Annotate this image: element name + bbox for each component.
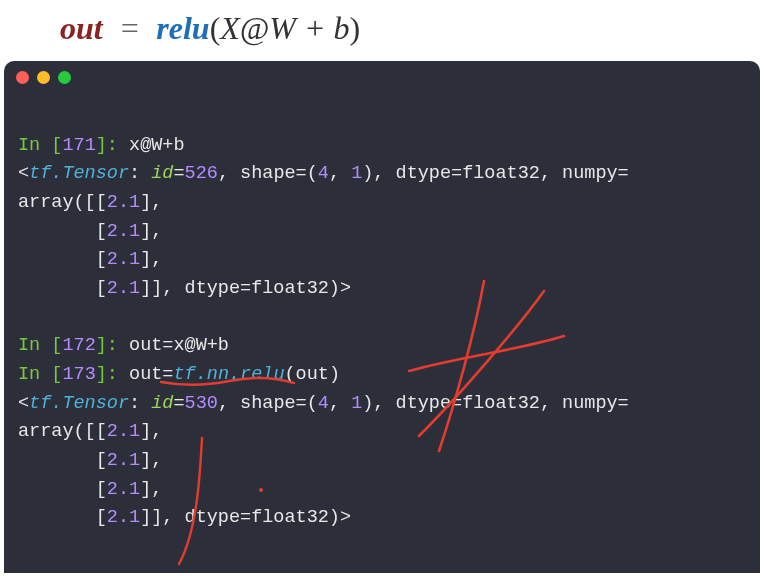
formula-at: @	[240, 10, 269, 46]
out-array: [	[18, 249, 107, 270]
out-id-value: 526	[185, 163, 218, 184]
out-text: ],	[140, 421, 162, 442]
out-shape-value: 1	[351, 393, 362, 414]
prompt-close: ]:	[96, 364, 129, 385]
out-text: , shape=(	[218, 163, 318, 184]
formula-bar: out = relu(X@W+b)	[0, 0, 764, 61]
prompt-number: 171	[62, 135, 95, 156]
out-text: ],	[140, 450, 162, 471]
out-text: ]], dtype=float32)>	[140, 278, 351, 299]
out-type: tf.Tensor	[29, 393, 129, 414]
out-value: 2.1	[107, 507, 140, 528]
out-array: [	[18, 479, 107, 500]
close-icon[interactable]	[16, 71, 29, 84]
code-expr: out=x@W+b	[129, 335, 229, 356]
out-text: :	[129, 393, 151, 414]
out-id-value: 530	[185, 393, 218, 414]
out-text: ],	[140, 479, 162, 500]
maximize-icon[interactable]	[58, 71, 71, 84]
out-type: tf.Tensor	[29, 163, 129, 184]
formula-plus: +	[296, 10, 334, 46]
formula-X: X	[220, 10, 240, 46]
code-expr: x@W+b	[129, 135, 185, 156]
out-text: =	[173, 393, 184, 414]
out-text: ), dtype=float32, numpy=	[362, 393, 628, 414]
formula-relu: relu	[156, 10, 209, 46]
formula-lparen: (	[210, 10, 221, 46]
terminal-window: In [171]: x@W+b <tf.Tensor: id=526, shap…	[4, 61, 760, 573]
out-array: array([[	[18, 192, 107, 213]
out-value: 2.1	[107, 421, 140, 442]
out-text: <	[18, 393, 29, 414]
out-id-label: id	[151, 393, 173, 414]
out-text: ,	[329, 163, 351, 184]
out-array: [	[18, 450, 107, 471]
out-value: 2.1	[107, 192, 140, 213]
out-array: [	[18, 278, 107, 299]
out-text: ],	[140, 192, 162, 213]
out-text: , shape=(	[218, 393, 318, 414]
out-shape-value: 1	[351, 163, 362, 184]
prompt-in: In [	[18, 335, 62, 356]
out-text: <	[18, 163, 29, 184]
out-text: ,	[329, 393, 351, 414]
out-value: 2.1	[107, 278, 140, 299]
out-value: 2.1	[107, 450, 140, 471]
code-expr: (out)	[285, 364, 341, 385]
out-array: array([[	[18, 421, 107, 442]
formula-out: out	[60, 10, 103, 46]
prompt-in: In [	[18, 135, 62, 156]
minimize-icon[interactable]	[37, 71, 50, 84]
window-controls	[16, 71, 71, 84]
out-text: :	[129, 163, 151, 184]
code-expr: out=	[129, 364, 173, 385]
out-array: [	[18, 221, 107, 242]
out-text: ), dtype=float32, numpy=	[362, 163, 628, 184]
prompt-number: 173	[62, 364, 95, 385]
out-text: =	[173, 163, 184, 184]
terminal-body[interactable]: In [171]: x@W+b <tf.Tensor: id=526, shap…	[18, 103, 750, 533]
out-value: 2.1	[107, 479, 140, 500]
formula-equals: =	[111, 10, 149, 46]
out-value: 2.1	[107, 249, 140, 270]
out-shape-value: 4	[318, 393, 329, 414]
code-func: tf.nn.relu	[173, 364, 284, 385]
formula-b: b	[334, 10, 350, 46]
prompt-close: ]:	[96, 135, 129, 156]
prompt-number: 172	[62, 335, 95, 356]
formula-W: W	[269, 10, 296, 46]
out-id-label: id	[151, 163, 173, 184]
out-array: [	[18, 507, 107, 528]
prompt-in: In [	[18, 364, 62, 385]
prompt-close: ]:	[96, 335, 129, 356]
formula-rparen: )	[350, 10, 361, 46]
out-value: 2.1	[107, 221, 140, 242]
out-text: ],	[140, 249, 162, 270]
out-shape-value: 4	[318, 163, 329, 184]
out-text: ]], dtype=float32)>	[140, 507, 351, 528]
out-text: ],	[140, 221, 162, 242]
